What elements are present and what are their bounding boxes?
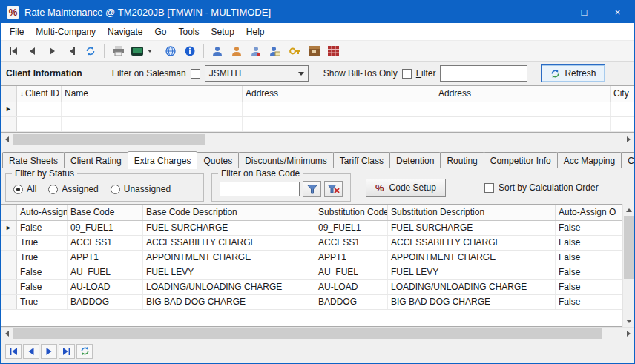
sort-by-calculation-order[interactable]: Sort by Calculation Order bbox=[484, 182, 599, 193]
base-code-filter-input[interactable] bbox=[220, 182, 300, 196]
column-header-auto-assign[interactable]: Auto-Assign bbox=[17, 205, 68, 220]
charges-grid-vscrollbar[interactable] bbox=[622, 204, 634, 327]
user-mail-icon[interactable] bbox=[266, 42, 284, 60]
salesman-user-icon[interactable] bbox=[228, 42, 246, 60]
close-button[interactable]: × bbox=[601, 1, 634, 23]
tab-acc-mapping[interactable]: Acc Mapping bbox=[557, 152, 622, 168]
previous-record-icon[interactable] bbox=[24, 42, 42, 60]
clear-filter-button[interactable] bbox=[324, 181, 343, 197]
apply-filter-button[interactable] bbox=[303, 181, 321, 197]
client-grid-row[interactable]: ► bbox=[1, 102, 634, 117]
column-header-address-2[interactable]: Address bbox=[435, 86, 611, 102]
menu-help[interactable]: Help bbox=[240, 24, 271, 40]
scrollbar-thumb[interactable] bbox=[13, 134, 205, 145]
minimize-button[interactable]: — bbox=[534, 1, 567, 23]
nav-first-record-icon[interactable] bbox=[5, 344, 22, 359]
extra-charges-grid: Auto-Assign Base Code Base Code Descript… bbox=[1, 204, 622, 327]
client-grid-row[interactable] bbox=[1, 117, 634, 132]
status-radio-unassigned[interactable]: Unassigned bbox=[111, 184, 171, 194]
filter-on-salesman-checkbox[interactable] bbox=[191, 69, 200, 79]
next-record-icon[interactable] bbox=[43, 42, 61, 60]
first-record-icon[interactable] bbox=[4, 42, 22, 60]
key-icon[interactable] bbox=[286, 42, 303, 60]
column-header-base-code-description[interactable]: Base Code Description bbox=[143, 205, 315, 220]
charges-grid-hscrollbar[interactable] bbox=[1, 327, 634, 339]
nav-previous-record-icon[interactable] bbox=[23, 344, 39, 359]
scrollbar-track[interactable] bbox=[13, 133, 622, 145]
tab-competitor-info[interactable]: Competitor Info bbox=[484, 152, 558, 168]
tab-quotes[interactable]: Quotes bbox=[197, 152, 239, 168]
menu-go[interactable]: Go bbox=[148, 24, 172, 40]
column-header-city[interactable]: City bbox=[611, 86, 634, 102]
charges-row-au-fuel[interactable]: False AU_FUEL FUEL LEVY AU_FUEL FUEL LEV… bbox=[1, 265, 622, 280]
tab-rate-sheets[interactable]: Rate Sheets bbox=[2, 152, 65, 168]
menu-tools[interactable]: Tools bbox=[172, 24, 205, 40]
column-header-base-code[interactable]: Base Code bbox=[68, 205, 143, 220]
menu-file[interactable]: File bbox=[4, 24, 30, 40]
charges-row-access1[interactable]: True ACCESS1 ACCESSABILITY CHARGE ACCESS… bbox=[1, 236, 622, 251]
client-user-icon[interactable] bbox=[208, 42, 226, 60]
scroll-right-icon[interactable] bbox=[622, 133, 634, 145]
scrollbar-thumb[interactable] bbox=[624, 216, 634, 279]
column-header-substitution-code[interactable]: Substitution Code bbox=[315, 205, 388, 220]
chevron-down-icon bbox=[148, 50, 152, 53]
column-header-auto-assign-o[interactable]: Auto-Assign O bbox=[556, 205, 622, 220]
sort-down-icon: ↓ bbox=[20, 90, 24, 98]
nav-refresh-icon[interactable] bbox=[76, 344, 93, 359]
maximize-button[interactable]: □ bbox=[567, 1, 601, 23]
scrollbar-track[interactable] bbox=[623, 216, 634, 315]
tab-tariff-class[interactable]: Tariff Class bbox=[333, 152, 390, 168]
client-grid-hscrollbar[interactable] bbox=[1, 133, 634, 145]
menu-navigate[interactable]: Navigate bbox=[102, 24, 148, 40]
scroll-right-icon[interactable] bbox=[622, 328, 634, 340]
charges-row-au-load[interactable]: False AU-LOAD LOADING/UNLOADING CHARGE A… bbox=[1, 280, 622, 295]
client-filter-input[interactable] bbox=[440, 65, 527, 82]
scroll-left-icon[interactable] bbox=[1, 328, 13, 340]
scroll-down-icon[interactable] bbox=[623, 315, 635, 327]
screen-icon bbox=[128, 42, 146, 60]
scrollbar-track[interactable] bbox=[13, 328, 622, 340]
tab-discounts-minimums[interactable]: Discounts/Minimums bbox=[238, 152, 334, 168]
charges-row-09-fuel1[interactable]: ► False 09_FUEL1 FUEL SURCHARGE 09_FUEL1… bbox=[1, 221, 622, 236]
status-radio-all[interactable]: All bbox=[13, 184, 36, 194]
tab-cube[interactable]: Cube bbox=[621, 152, 635, 168]
column-header-address-1[interactable]: Address bbox=[243, 86, 435, 102]
view-screen-button[interactable] bbox=[128, 42, 152, 60]
tab-client-rating[interactable]: Client Rating bbox=[64, 152, 128, 168]
refresh-button[interactable]: Refresh bbox=[541, 64, 605, 82]
grid-empty-space bbox=[1, 310, 622, 326]
row-selector-icon: ► bbox=[1, 102, 17, 116]
client-grid-header: ↓Client ID Name Address Address City bbox=[1, 86, 634, 102]
scroll-up-icon[interactable] bbox=[623, 204, 635, 216]
contact-user-icon[interactable] bbox=[247, 42, 265, 60]
info-icon[interactable] bbox=[181, 42, 199, 60]
code-setup-button[interactable]: % Code Setup bbox=[366, 179, 446, 197]
column-header-substitution-description[interactable]: Substitution Description bbox=[388, 205, 556, 220]
scroll-left-icon[interactable] bbox=[1, 133, 13, 145]
sort-checkbox[interactable] bbox=[484, 183, 494, 193]
status-radio-assigned[interactable]: Assigned bbox=[48, 184, 98, 194]
column-header-name[interactable]: Name bbox=[62, 86, 243, 102]
refresh-icon[interactable] bbox=[82, 42, 99, 60]
menu-setup[interactable]: Setup bbox=[205, 24, 240, 40]
rates-grid-icon[interactable] bbox=[324, 42, 342, 60]
nav-last-record-icon[interactable] bbox=[59, 344, 75, 359]
show-bill-tos-checkbox[interactable] bbox=[402, 69, 412, 79]
tab-detention[interactable]: Detention bbox=[389, 152, 441, 168]
tab-extra-charges[interactable]: Extra Charges bbox=[128, 151, 198, 169]
menu-multi-company[interactable]: Multi-Company bbox=[30, 24, 102, 40]
column-header-client-id[interactable]: ↓Client ID bbox=[17, 86, 62, 102]
tab-routing[interactable]: Routing bbox=[440, 152, 484, 168]
title-bar[interactable]: % Rate Maintenance @ TM2020JB [TMWIN - M… bbox=[1, 1, 634, 23]
company-box-icon[interactable] bbox=[305, 42, 323, 60]
charges-row-appt1[interactable]: True APPT1 APPOINTMENT CHARGE APPT1 APPO… bbox=[1, 251, 622, 265]
client-grid-selector-header bbox=[1, 86, 17, 102]
salesman-dropdown[interactable]: JSMITH bbox=[205, 65, 309, 82]
print-icon[interactable] bbox=[109, 42, 127, 60]
record-navigation-bar bbox=[1, 339, 634, 363]
nav-next-record-icon[interactable] bbox=[41, 344, 57, 359]
globe-icon[interactable] bbox=[162, 42, 180, 60]
charges-row-baddog[interactable]: True BADDOG BIG BAD DOG CHARGE BADDOG BI… bbox=[1, 295, 622, 310]
scrollbar-thumb[interactable] bbox=[13, 328, 602, 339]
last-record-icon[interactable] bbox=[62, 42, 80, 60]
